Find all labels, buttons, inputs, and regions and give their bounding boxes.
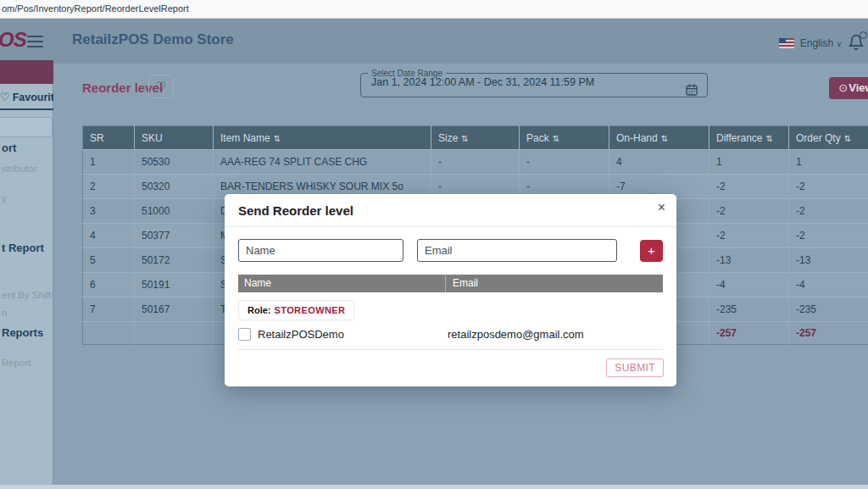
sidebar-item[interactable]: n bbox=[2, 308, 7, 318]
table-cell: 1 bbox=[83, 150, 135, 175]
app-logo[interactable]: OS bbox=[0, 28, 26, 52]
table-cell: 1 bbox=[789, 150, 868, 175]
column-header-on-hand[interactable]: On-Hand⇅ bbox=[609, 126, 709, 150]
sidebar-item-favourite[interactable]: ♡Favourite bbox=[0, 91, 60, 103]
table-cell: -235 bbox=[789, 297, 868, 322]
us-flag-icon bbox=[779, 38, 794, 48]
table-cell: 1 bbox=[709, 150, 789, 175]
sidebar-item[interactable]: stributor bbox=[2, 164, 37, 174]
chevron-down-icon: ∨ bbox=[836, 40, 842, 48]
sort-icon: ⇅ bbox=[553, 134, 559, 143]
table-cell: -4 bbox=[789, 273, 868, 297]
column-header-pack[interactable]: Pack⇅ bbox=[520, 126, 609, 150]
sidebar-active-item[interactable] bbox=[0, 60, 53, 84]
modal-body: + Name Email Role:STOREOWNER RetailzPOSD… bbox=[225, 227, 676, 350]
browser-path: om/Pos/InventoryReport/ReorderLevelRepor… bbox=[2, 3, 189, 14]
notification-bell-icon[interactable] bbox=[848, 34, 866, 53]
view-button[interactable]: ⊙View bbox=[829, 77, 868, 99]
table-row: 150530AAA-REG 74 SPLIT CASE CHG--411 bbox=[83, 150, 868, 175]
recipient-checkbox[interactable] bbox=[238, 328, 251, 341]
column-header-differance[interactable]: Differance⇅ bbox=[709, 126, 789, 150]
table-cell: -2 bbox=[789, 175, 868, 199]
sidebar-item[interactable]: ent By Shift bbox=[2, 290, 52, 300]
table-cell: -2 bbox=[709, 175, 789, 199]
table-cell: -2 bbox=[709, 224, 789, 248]
recipient-row: RetailzPOSDemo retailzposdemo@gmail.com bbox=[238, 326, 663, 342]
sort-icon: ⇅ bbox=[844, 134, 851, 143]
recipient-name: RetailzPOSDemo bbox=[258, 328, 344, 341]
store-title: RetailzPOS Demo Store bbox=[72, 31, 234, 48]
add-button[interactable]: + bbox=[640, 240, 663, 262]
calendar-icon[interactable] bbox=[685, 83, 698, 100]
table-cell: 3 bbox=[83, 199, 135, 224]
app-header: OS RetailzPOS Demo Store English ∨ bbox=[0, 19, 868, 64]
heart-icon: ♡ bbox=[155, 79, 166, 93]
column-header-sr: SR bbox=[83, 126, 135, 150]
column-header-sku: SKU bbox=[135, 126, 214, 150]
total-cell bbox=[83, 322, 135, 345]
column-header-name: Name bbox=[238, 275, 445, 292]
total-cell: -257 bbox=[789, 322, 868, 345]
table-cell: AAA-REG 74 SPLIT CASE CHG bbox=[214, 150, 431, 175]
column-header-order-qty[interactable]: Order Qty⇅ bbox=[789, 126, 868, 150]
submit-button[interactable]: SUBMIT bbox=[606, 358, 664, 377]
eye-icon: ⊙ bbox=[838, 81, 848, 94]
language-selector[interactable]: English ∨ bbox=[800, 37, 842, 49]
notification-badge bbox=[860, 31, 867, 39]
table-cell: -2 bbox=[789, 224, 868, 248]
sidebar-search-input[interactable] bbox=[0, 117, 53, 137]
sort-icon: ⇅ bbox=[661, 134, 668, 143]
sidebar-item[interactable]: Report bbox=[2, 358, 31, 368]
table-cell: 50172 bbox=[135, 248, 214, 273]
table-cell: -13 bbox=[789, 248, 868, 273]
sort-icon: ⇅ bbox=[765, 134, 772, 143]
view-button-label: View bbox=[849, 81, 868, 94]
column-header-size[interactable]: Size⇅ bbox=[431, 126, 520, 150]
total-cell: -257 bbox=[709, 322, 789, 345]
menu-toggle-icon[interactable] bbox=[27, 36, 43, 51]
table-cell: 6 bbox=[83, 273, 135, 297]
page-bottom-strip bbox=[0, 485, 868, 489]
browser-path-bar: om/Pos/InventoryReport/ReorderLevelRepor… bbox=[0, 0, 868, 19]
date-range-value: Jan 1, 2024 12:00 AM - Dec 31, 2024 11:5… bbox=[361, 76, 707, 88]
table-cell: 4 bbox=[609, 150, 709, 175]
table-cell: -13 bbox=[709, 248, 789, 273]
sidebar-item[interactable]: t Report bbox=[2, 242, 44, 254]
column-header-item-name[interactable]: Item Name⇅ bbox=[214, 126, 431, 150]
sidebar-divider bbox=[0, 108, 53, 110]
date-range-field[interactable]: Select Date Range Jan 1, 2024 12:00 AM -… bbox=[360, 69, 708, 97]
table-cell: - bbox=[520, 150, 609, 175]
role-label: Role: bbox=[248, 305, 271, 315]
heart-icon: ♡ bbox=[0, 91, 10, 103]
sidebar-item[interactable]: ort bbox=[2, 142, 16, 154]
header-actions: English ∨ bbox=[779, 34, 868, 53]
table-cell: -235 bbox=[709, 297, 789, 322]
table-cell: -4 bbox=[709, 273, 789, 297]
sidebar-item[interactable]: Reports bbox=[2, 326, 43, 339]
table-cell: -2 bbox=[789, 199, 868, 224]
table-cell: 4 bbox=[83, 224, 135, 248]
table-cell: 50320 bbox=[135, 175, 214, 199]
total-cell bbox=[135, 322, 214, 345]
modal-header: Send Reorder level × bbox=[225, 194, 676, 227]
column-header-email: Email bbox=[445, 275, 663, 292]
table-cell: 5 bbox=[83, 248, 135, 273]
recipient-table-header: Name Email bbox=[238, 275, 663, 292]
role-value: STOREOWNER bbox=[275, 305, 346, 315]
email-input[interactable] bbox=[417, 239, 617, 262]
modal-divider bbox=[238, 349, 663, 350]
table-cell: - bbox=[431, 150, 520, 175]
table-cell: -2 bbox=[709, 199, 789, 224]
modal-title: Send Reorder level bbox=[238, 203, 353, 218]
close-icon[interactable]: × bbox=[658, 201, 665, 214]
table-cell: 7 bbox=[83, 297, 135, 322]
table-cell: 50377 bbox=[135, 224, 214, 248]
name-input[interactable] bbox=[238, 239, 403, 262]
role-chip: Role:STOREOWNER bbox=[238, 300, 354, 320]
sidebar-item[interactable]: y bbox=[2, 193, 7, 203]
favourite-heart-button[interactable]: ♡ bbox=[148, 75, 174, 98]
send-reorder-level-modal: Send Reorder level × + Name Email Role:S… bbox=[225, 194, 676, 386]
sidebar: ♡Favourite ort stributor y t Report ent … bbox=[0, 64, 53, 489]
table-header-row: SRSKUItem Name⇅Size⇅Pack⇅On-Hand⇅Differa… bbox=[83, 126, 868, 150]
table-cell: 50530 bbox=[135, 150, 214, 175]
